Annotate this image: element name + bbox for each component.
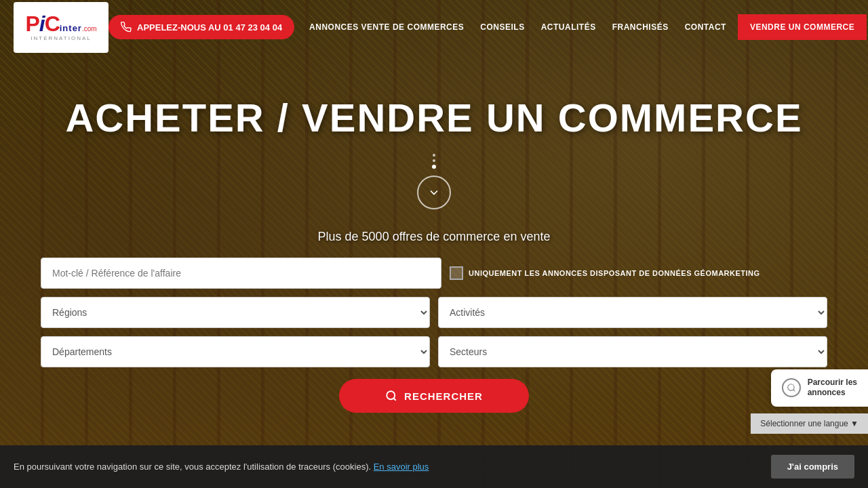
phone-label: APPELEZ-NOUS AU 01 47 23 04 04 <box>137 22 282 33</box>
hero-title: ACHETER / VENDRE UN COMMERCE <box>65 95 802 140</box>
logo-dot: .com <box>82 25 97 33</box>
nav-conseils[interactable]: CONSEILS <box>472 17 532 37</box>
departements-select[interactable]: Départements <box>41 336 430 367</box>
cookie-text: En poursuivant votre navigation sur ce s… <box>14 462 757 472</box>
browse-float-text: Parcourir les annonces <box>808 378 857 399</box>
geo-checkbox[interactable] <box>450 266 463 280</box>
nav-actualites[interactable]: ACTUALITÉS <box>533 17 604 37</box>
main-nav: APPELEZ-NOUS AU 01 47 23 04 04 ANNONCES … <box>108 14 867 40</box>
search-section: Plus de 5000 offres de commerce en vente… <box>0 230 868 413</box>
logo-pic: PiC <box>25 13 59 35</box>
search-row-1: UNIQUEMENT LES ANNONCES DISPOSANT DE DON… <box>41 258 827 289</box>
svg-point-0 <box>387 391 395 399</box>
hero-content: ACHETER / VENDRE UN COMMERCE <box>0 54 868 223</box>
geo-checkbox-label: UNIQUEMENT LES ANNONCES DISPOSANT DE DON… <box>450 266 827 280</box>
activites-select[interactable]: Activités <box>438 297 827 328</box>
svg-line-3 <box>793 390 795 392</box>
scroll-dot-2 <box>433 159 435 162</box>
geo-label-text: UNIQUEMENT LES ANNONCES DISPOSANT DE DON… <box>469 269 760 277</box>
phone-button[interactable]: APPELEZ-NOUS AU 01 47 23 04 04 <box>108 15 294 39</box>
search-subtitle: Plus de 5000 offres de commerce en vente <box>318 230 551 244</box>
cookie-learn-more-link[interactable]: En savoir plus <box>374 462 429 472</box>
phone-icon <box>121 22 132 33</box>
browse-float-button[interactable]: Parcourir les annonces <box>771 369 868 407</box>
lang-label: Sélectionner une langue ▼ <box>760 419 859 428</box>
scroll-down-button[interactable] <box>417 176 451 209</box>
vendre-button[interactable]: VENDRE UN COMMERCE <box>738 14 867 40</box>
secteurs-select[interactable]: Secteurs <box>438 336 827 367</box>
logo-international: INTERNATIONAL <box>31 35 91 41</box>
keyword-input[interactable] <box>41 258 441 289</box>
search-row-2: Régions Activités <box>41 297 827 328</box>
search-row-3: Départements Secteurs <box>41 336 827 367</box>
chevron-down-icon <box>427 186 441 199</box>
search-icon <box>385 390 397 402</box>
search-btn-label: RECHERCHER <box>404 390 483 402</box>
nav-annonces[interactable]: ANNONCES VENTE DE COMMERCES <box>301 17 472 37</box>
site-header: PiC inter .com INTERNATIONAL APPELEZ-NOU… <box>0 0 868 54</box>
svg-line-1 <box>394 398 396 400</box>
search-button[interactable]: RECHERCHER <box>339 379 529 413</box>
scroll-dot-3 <box>432 165 436 169</box>
browse-search-icon <box>782 378 801 397</box>
cookie-bar: En poursuivant votre navigation sur ce s… <box>0 445 868 488</box>
logo[interactable]: PiC inter .com INTERNATIONAL <box>14 2 108 53</box>
scroll-dots <box>432 154 436 169</box>
language-selector[interactable]: Sélectionner une langue ▼ <box>751 413 868 434</box>
logo-inter: inter <box>60 23 82 33</box>
nav-franchises[interactable]: FRANCHISÉS <box>604 17 677 37</box>
cookie-accept-button[interactable]: J'ai compris <box>771 455 854 479</box>
svg-point-2 <box>787 384 793 390</box>
scroll-dot-1 <box>433 154 435 157</box>
nav-contact[interactable]: CONTACT <box>677 17 734 37</box>
regions-select[interactable]: Régions <box>41 297 430 328</box>
